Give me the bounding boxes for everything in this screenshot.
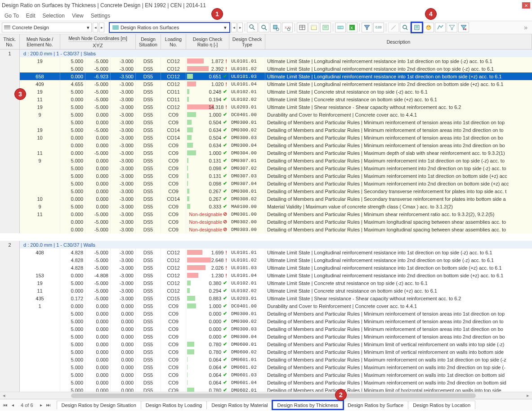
table-row[interactable]: 5.000 -5.000 -3.000 DS5 CO12 2.392! UL01… — [0, 65, 532, 72]
table-row[interactable]: 19 5.000 -5.000 -3.000 DS5 CO11 0.248✔ U… — [0, 88, 532, 95]
last-page-button[interactable]: ⏭ — [45, 401, 52, 409]
table-row[interactable]: 9 5.000 0.000 -3.000 DS5 CO9 0.131✔ DM03… — [0, 157, 532, 164]
table-row[interactable]: 5.000 0.000 0.000 DS5 CO9 0.064✔ DM0601.… — [0, 379, 532, 386]
next-page-button[interactable]: ▸ — [38, 401, 45, 409]
table-row[interactable]: 408 4.828 -5.000 -3.000 DS5 CO12 1.699! … — [0, 249, 532, 256]
table-row[interactable]: 19 5.000 -5.000 -3.000 DS5 CO12 0.380✔ U… — [0, 279, 532, 287]
table-row[interactable]: 11 0.000 -5.000 -3.000 DS5 CO9 Non-desig… — [0, 210, 532, 218]
table-row[interactable]: 153 0.000 -4.808 -3.000 DS5 CO12 1.230! … — [0, 271, 532, 279]
grid-body[interactable]: 1d : 200.0 mm | 1 - C30/37 | Slabs 19 5.… — [0, 50, 532, 392]
table-row[interactable]: 409 4.655 -5.000 -3.000 DS5 CO12 1.020! … — [0, 80, 532, 88]
table-row[interactable]: 10 0.000 0.000 -3.000 DS5 CO14 0.504✔ DM… — [0, 134, 532, 141]
table-row[interactable]: 11 0.000 -5.000 -3.000 DS5 CO9 1.000✔ DM… — [0, 149, 532, 157]
menu-edit[interactable]: Edit — [26, 13, 36, 19]
wand-icon[interactable] — [388, 23, 399, 32]
table-row[interactable]: 5.000 0.000 -3.000 DS5 CO9 0.098✔ DM0307… — [0, 164, 532, 172]
col-y: Y — [96, 42, 100, 49]
menu-view[interactable]: View — [72, 13, 84, 19]
menu-goto[interactable]: Go To — [4, 13, 19, 19]
first-page-button[interactable]: ⏮ — [2, 401, 9, 409]
table-row[interactable]: 5.000 0.000 -3.000 DS5 CO9 0.098✔ DM0307… — [0, 180, 532, 187]
table-row[interactable]: 5.000 0.000 0.000 DS5 CO9 0.000✔ DM0300.… — [0, 333, 532, 340]
svg-point-35 — [465, 28, 466, 30]
table-row[interactable]: 5.000 0.000 -3.000 DS5 CO9 0.131✔ DM0307… — [0, 172, 532, 180]
table-row[interactable]: 658 0.000 -6.923 -3.500 DS5 CO12 0.651✔ … — [0, 72, 532, 80]
prev-module-button[interactable]: ◂ — [93, 23, 98, 32]
table-row[interactable]: 9 5.000 0.000 -3.000 DS5 CO9 0.333✔ MA01… — [0, 203, 532, 210]
units-icon[interactable] — [335, 23, 346, 32]
table-row[interactable]: 5.000 0.000 0.000 DS5 CO9 0.000✔ DM0300.… — [0, 317, 532, 325]
next-module-button[interactable]: ▸ — [99, 23, 104, 32]
palette-icon[interactable] — [423, 23, 434, 32]
menu-settings[interactable]: Settings — [91, 13, 110, 19]
tab-design-ratios-by-material[interactable]: Design Ratios by Material — [206, 401, 273, 409]
export-excel-icon[interactable]: X — [347, 23, 358, 32]
table-row[interactable]: 5.000 0.000 0.000 DS5 CO9 0.780✔ DM0600.… — [0, 348, 532, 356]
separator — [295, 23, 295, 32]
svg-line-26 — [406, 28, 407, 30]
section-header[interactable]: 1d : 200.0 mm | 1 - C30/37 | Slabs — [0, 50, 532, 57]
table-row[interactable]: 435 0.172 -5.000 -3.000 DS5 CO15 0.883✔ … — [0, 294, 532, 302]
table-row[interactable]: 19 5.000 -5.000 -3.000 DS5 CO12 14.318! … — [0, 103, 532, 111]
filter-results-icon[interactable] — [447, 23, 457, 32]
table-row[interactable]: 5.000 0.000 0.000 DS5 CO9 0.780✔ DM0602.… — [0, 386, 532, 392]
scroll-right-icon[interactable]: ▸ — [524, 393, 532, 398]
section-header[interactable]: 2d : 200.0 mm | 1 - C30/37 | Walls — [0, 241, 532, 249]
close-button[interactable]: ✕ — [522, 2, 530, 9]
table-row[interactable]: 5.000 0.000 0.000 DS5 CO9 0.000✔ DM0300.… — [0, 310, 532, 317]
calendar-icon[interactable] — [308, 23, 319, 32]
menu-selection[interactable]: Selection — [43, 13, 65, 19]
table-row[interactable]: 5.000 0.000 0.000 DS5 CO9 0.064✔ DM0601.… — [0, 371, 532, 379]
scroll-left-icon[interactable]: ◂ — [0, 393, 8, 398]
table-row[interactable]: 1 0.000 0.000 0.000 DS5 CO9 1.000✔ DC040… — [0, 302, 532, 310]
table-row[interactable]: 5.000 0.000 -3.000 DS5 CO9 0.504✔ DM0300… — [0, 118, 532, 126]
tab-design-ratios-by-thickness[interactable]: Design Ratios by Thickness — [273, 401, 344, 409]
filter-sort-icon[interactable] — [458, 23, 469, 32]
table-icon[interactable] — [297, 23, 308, 32]
details-icon[interactable] — [411, 23, 422, 32]
table-row[interactable]: 5.000 0.000 0.000 DS5 CO9 0.000✔ DM0300.… — [0, 325, 532, 333]
horizontal-scrollbar[interactable]: ◂ ▸ — [0, 392, 532, 399]
table-row[interactable]: 5.000 0.000 0.000 DS5 CO9 0.064✔ DM0601.… — [0, 363, 532, 371]
prev-page-button[interactable]: ◂ — [9, 401, 16, 409]
next-view-button[interactable]: ▸ — [237, 23, 243, 32]
zoom-to-icon[interactable] — [400, 23, 411, 32]
table-row[interactable]: 0.000 -5.000 -3.000 DS5 CO9 Non-designab… — [0, 226, 532, 233]
surface-result-icon[interactable] — [435, 23, 446, 32]
table-row[interactable]: 9 5.000 0.000 -3.000 DS5 CO9 1.000✔ DC04… — [0, 111, 532, 118]
svg-point-5 — [276, 28, 279, 31]
find-related-icon[interactable] — [247, 23, 258, 32]
module-dropdown[interactable]: Concrete Design ▾ — [2, 23, 92, 32]
view-dropdown[interactable]: Design Ratios on Surfaces ▾ — [109, 22, 230, 33]
table-row[interactable]: 19 5.000 -5.000 -3.000 DS5 CO12 1.872! U… — [0, 57, 532, 65]
chevron-down-icon: ▾ — [224, 25, 227, 31]
table-row[interactable]: 0.000 0.000 -3.000 DS5 CO9 0.634✔ DM0300… — [0, 141, 532, 149]
table-row[interactable]: 19 5.000 -5.000 -3.000 DS5 CO14 0.634✔ D… — [0, 126, 532, 134]
table-row[interactable]: 10 0.000 0.000 -3.000 DS5 CO14 0.267✔ DM… — [0, 195, 532, 203]
callout-4: 4 — [425, 8, 437, 20]
tab-design-ratios-by-design-situation[interactable]: Design Ratios by Design Situation — [57, 401, 141, 409]
table-row[interactable]: 5.000 0.000 -3.000 DS5 CO9 0.267✔ DM0308… — [0, 187, 532, 195]
filter-icon[interactable] — [362, 23, 372, 32]
list-icon[interactable] — [320, 23, 331, 32]
table-row[interactable]: 4.828 -5.000 -3.000 DS5 CO12 2.648! UL01… — [0, 256, 532, 264]
col-z: Z — [100, 42, 103, 49]
table-row[interactable]: 11 0.000 -5.000 -3.000 DS5 CO11 0.194✔ U… — [0, 95, 532, 103]
table-row[interactable]: 0.000 -5.000 -3.000 DS5 CO9 Non-designab… — [0, 218, 532, 226]
tab-design-ratios-by-surface[interactable]: Design Ratios by Surface — [343, 401, 408, 409]
overflow-icon[interactable]: » — [521, 24, 530, 31]
svg-line-1 — [253, 28, 255, 30]
locate-surface-icon[interactable] — [270, 23, 281, 32]
prev-view-button[interactable]: ◂ — [231, 23, 237, 32]
tab-design-ratios-by-loading[interactable]: Design Ratios by Loading — [141, 401, 207, 409]
table-row[interactable]: 5.000 0.000 0.000 DS5 CO9 0.064✔ DM0601.… — [0, 356, 532, 363]
table-row[interactable]: 4.828 -5.000 -3.000 DS5 CO12 2.026! UL01… — [0, 264, 532, 271]
scrollbar-thumb[interactable] — [71, 393, 476, 398]
tab-design-ratios-by-location[interactable]: Design Ratios by Location — [408, 401, 475, 409]
pager: 4 of 6 — [16, 402, 38, 408]
find-icon[interactable] — [259, 23, 269, 32]
decimal-icon[interactable]: 0,00 — [373, 23, 384, 32]
table-row[interactable]: 11 0.000 -5.000 -3.000 DS5 CO12 0.294✔ U… — [0, 287, 532, 294]
table-row[interactable]: 5.000 0.000 0.000 DS5 CO9 0.780✔ DM0600.… — [0, 340, 532, 348]
locate-node-icon[interactable]: X.XX — [282, 23, 293, 32]
